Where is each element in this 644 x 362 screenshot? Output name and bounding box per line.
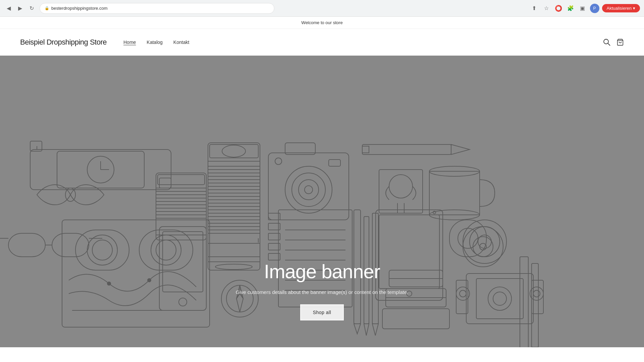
welcome-text: Welcome to our store	[301, 20, 342, 25]
browser-actions: ⬆ ☆ ⭕ 🧩 ▣ P Aktualisieren ▾	[530, 4, 640, 13]
url-text: besterdropshippingstore.com	[51, 6, 108, 11]
site-nav: Home Katalog Kontakt	[123, 40, 189, 45]
search-button[interactable]	[603, 39, 610, 46]
extensions-button[interactable]: 🧩	[566, 4, 575, 13]
svg-point-92	[107, 282, 111, 285]
reload-button[interactable]: ↻	[27, 4, 36, 13]
nav-kontakt[interactable]: Kontakt	[173, 40, 189, 45]
search-icon	[603, 39, 610, 46]
address-bar[interactable]: 🔒 besterdropshippingstore.com	[40, 3, 274, 14]
svg-line-1	[608, 43, 610, 46]
cart-icon	[616, 39, 624, 46]
hero-content: Image banner Give customers details abou…	[236, 260, 408, 320]
lock-icon: 🔒	[45, 6, 49, 10]
bookmark-button[interactable]: ☆	[542, 4, 551, 13]
hero-banner: Image banner Give customers details abou…	[0, 56, 644, 347]
profile-avatar[interactable]: P	[590, 4, 599, 13]
site-logo: Beispiel Dropshipping Store	[20, 38, 107, 47]
hero-subtitle: Give customers details about the banner …	[236, 289, 408, 295]
back-button[interactable]: ◀	[4, 4, 13, 13]
update-button[interactable]: Aktualisieren ▾	[602, 4, 640, 12]
forward-button[interactable]: ▶	[15, 4, 25, 13]
shop-all-button[interactable]: Shop all	[300, 304, 344, 320]
nav-katalog[interactable]: Katalog	[147, 40, 162, 45]
update-button-label: Aktualisieren	[607, 6, 632, 11]
share-button[interactable]: ⬆	[530, 4, 539, 13]
welcome-bar: Welcome to our store	[0, 17, 644, 29]
site-header: Beispiel Dropshipping Store Home Katalog…	[0, 29, 644, 56]
svg-point-93	[148, 279, 151, 282]
split-view-button[interactable]: ▣	[578, 4, 587, 13]
browser-chrome: ◀ ▶ ↻ 🔒 besterdropshippingstore.com ⬆ ☆ …	[0, 0, 644, 17]
opera-icon[interactable]: ⭕	[554, 4, 563, 13]
update-chevron-icon: ▾	[633, 6, 635, 11]
hero-title: Image banner	[264, 260, 380, 283]
header-actions	[603, 39, 624, 46]
svg-point-0	[604, 39, 608, 44]
cart-button[interactable]	[616, 39, 624, 46]
nav-buttons: ◀ ▶ ↻	[4, 4, 36, 13]
nav-home[interactable]: Home	[123, 40, 136, 45]
